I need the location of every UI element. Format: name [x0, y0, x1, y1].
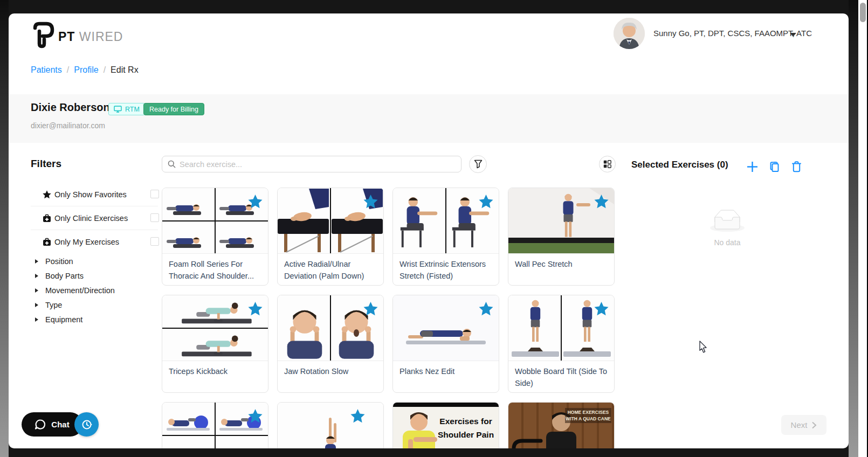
search-bar	[162, 156, 461, 172]
toggle-label: Only Show Favorites	[54, 190, 127, 199]
chevron-right-icon	[35, 303, 38, 307]
grid-icon	[603, 160, 611, 168]
exercise-card-wobble-board[interactable]: Wobble Board Tilt (Side To Side)	[508, 295, 615, 393]
exercise-title: Active Radial/Ulnar Deviation (Palm Down…	[278, 254, 383, 282]
clinic-exercises-checkbox[interactable]	[150, 213, 159, 222]
delete-exercises-button[interactable]	[790, 161, 803, 174]
mouse-cursor	[699, 341, 708, 355]
breadcrumb-profile[interactable]: Profile	[74, 65, 98, 75]
chevron-right-icon	[35, 317, 38, 322]
rtm-badge[interactable]: RTM	[108, 103, 145, 115]
exercise-card-jaw-rotation[interactable]: Jaw Rotation Slow	[277, 295, 384, 393]
toggle-only-my-exercises[interactable]: Only My Exercises	[31, 236, 157, 248]
filter-group-label: Movement/Direction	[45, 286, 115, 295]
clinic-bag-icon	[43, 238, 51, 246]
divider	[31, 206, 158, 206]
exercise-card-reach-up[interactable]	[277, 402, 384, 448]
toggle-only-clinic-exercises[interactable]: Only Clinic Exercises	[31, 212, 157, 224]
user-avatar[interactable]	[614, 18, 645, 49]
exercise-title: Planks Nez Edit	[393, 361, 499, 377]
favorite-star-icon[interactable]	[594, 195, 609, 209]
exercise-card-planks[interactable]: Planks Nez Edit	[392, 295, 499, 393]
quad-cane	[508, 435, 557, 448]
exercise-thumbnail	[278, 295, 383, 361]
exercise-thumbnail	[393, 188, 499, 254]
window-frame-left	[0, 0, 9, 457]
brand-name: PT WIRED	[58, 30, 123, 44]
exercise-card-ball-series[interactable]	[162, 402, 268, 448]
clock-icon	[81, 419, 93, 431]
patient-header: Dixie Roberson RTM Ready for Billing dix…	[9, 94, 849, 143]
chat-button[interactable]: Chat	[22, 412, 82, 437]
monitor-icon	[114, 106, 122, 113]
woman-figure	[394, 407, 443, 448]
exercise-card-radial-ulnar[interactable]: Active Radial/Ulnar Deviation (Palm Down…	[277, 188, 384, 286]
video-title-overlay: Exercises for Shoulder Pain	[436, 414, 495, 441]
exercise-thumbnail	[162, 295, 268, 361]
toggle-label: Only My Exercises	[54, 238, 119, 246]
exercise-card-foam-roll[interactable]: Foam Roll Series For Thoracic And Should…	[162, 188, 268, 286]
video-title-overlay: HOME EXERCISES WITH A QUAD CANE	[565, 408, 611, 423]
user-menu-caret-icon[interactable]	[790, 33, 796, 37]
app-window: PT WIRED Sunny Go, PT, DPT, CSCS, FAAOMP…	[9, 13, 849, 448]
breadcrumb: Patients / Profile / Edit Rx	[31, 65, 139, 75]
filter-group-equipment[interactable]: Equipment	[31, 314, 149, 325]
exercise-card-triceps-kickback[interactable]: Triceps Kickback	[162, 295, 268, 393]
exercise-card-quad-cane-video[interactable]: HOME EXERCISES WITH A QUAD CANE	[508, 402, 615, 448]
empty-inbox-icon	[710, 210, 745, 232]
favorite-star-icon[interactable]	[479, 302, 493, 316]
exercise-card-shoulder-pain-video[interactable]: Exercises for Shoulder Pain	[392, 402, 499, 448]
favorite-star-icon[interactable]	[248, 195, 263, 209]
filter-group-type[interactable]: Type	[31, 300, 149, 310]
exercise-thumbnail	[162, 188, 268, 254]
exercise-title: Foam Roll Series For Thoracic And Should…	[162, 254, 268, 282]
favorite-star-icon[interactable]	[363, 195, 378, 209]
toggle-only-show-favorites[interactable]: Only Show Favorites	[31, 189, 157, 200]
selected-exercises-empty-state: No data	[685, 210, 769, 247]
favorite-star-icon[interactable]	[479, 195, 493, 209]
scrollbar-thumb[interactable]	[860, 3, 866, 22]
favorite-star-icon[interactable]	[248, 409, 263, 423]
page-scrollbar[interactable]	[858, 0, 868, 457]
grid-view-toggle-button[interactable]	[599, 156, 616, 172]
billing-badge-label: Ready for Billing	[149, 106, 198, 113]
copy-exercises-button[interactable]	[768, 161, 781, 174]
chevron-right-icon	[811, 421, 817, 429]
favorite-star-icon[interactable]	[363, 302, 378, 316]
next-button-label: Next	[791, 420, 808, 430]
brand-primary: PT	[58, 30, 75, 44]
favorite-star-icon[interactable]	[350, 409, 365, 423]
empty-state-text: No data	[685, 238, 769, 247]
filter-funnel-button[interactable]	[469, 155, 487, 173]
exercise-thumbnail	[278, 188, 383, 254]
chevron-right-icon	[35, 259, 38, 264]
exercise-title: Triceps Kickback	[162, 361, 268, 377]
filters-title: Filters	[31, 158, 61, 170]
next-button[interactable]: Next	[781, 415, 826, 435]
search-input[interactable]	[180, 160, 438, 169]
exercise-title: Wrist Extrinsic Extensors Stretch (Fiste…	[393, 254, 499, 282]
filter-group-body-parts[interactable]: Body Parts	[31, 271, 149, 281]
filter-group-label: Position	[45, 257, 73, 266]
timer-button[interactable]	[74, 412, 99, 437]
copy-icon	[768, 161, 781, 173]
star-icon	[43, 190, 51, 199]
filter-group-position[interactable]: Position	[31, 256, 149, 267]
my-exercises-checkbox[interactable]	[150, 237, 159, 246]
add-exercise-button[interactable]	[746, 161, 759, 174]
selected-exercises-title: Selected Exercises (0)	[631, 160, 728, 170]
filter-group-movement-direction[interactable]: Movement/Direction	[31, 285, 149, 296]
window-frame-right	[849, 0, 858, 457]
user-menu-label[interactable]: Sunny Go, PT, DPT, CSCS, FAAOMPT, ATC	[653, 29, 812, 38]
video-top-bar	[393, 403, 499, 407]
chat-button-label: Chat	[51, 420, 69, 429]
exercise-thumbnail: HOME EXERCISES WITH A QUAD CANE	[508, 403, 614, 448]
favorite-star-icon[interactable]	[594, 302, 609, 316]
exercise-card-wall-pec[interactable]: Wall Pec Stretch	[508, 188, 615, 286]
favorite-star-icon[interactable]	[248, 302, 263, 316]
chevron-right-icon	[35, 274, 38, 278]
exercise-card-wrist-stretch[interactable]: Wrist Extrinsic Extensors Stretch (Fiste…	[392, 188, 499, 286]
ready-for-billing-badge[interactable]: Ready for Billing	[143, 103, 204, 115]
breadcrumb-patients[interactable]: Patients	[31, 65, 62, 75]
favorites-checkbox[interactable]	[150, 190, 159, 198]
